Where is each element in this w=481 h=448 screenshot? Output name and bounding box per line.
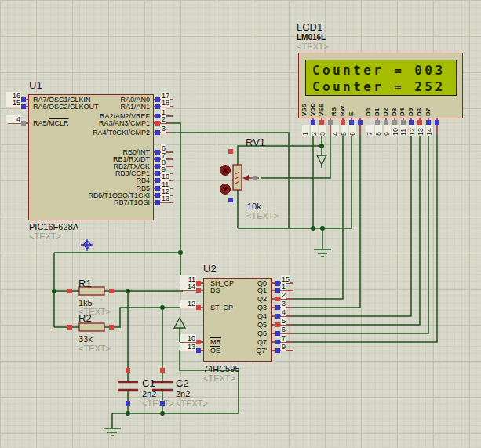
u2-pin-num: 9 xyxy=(281,343,286,351)
u2-pin-label: Q6 xyxy=(235,330,267,337)
u2-pin-label: Q4 xyxy=(235,312,267,320)
u2-pin-label: ST_CP xyxy=(210,304,233,311)
lcd-pin-label: VDD xyxy=(309,96,316,116)
logic-state-square xyxy=(160,368,165,373)
schematic-canvas: { "u1": { "ref": "U1", "value": "PIC16F6… xyxy=(0,0,481,448)
u1-pin-num: 3 xyxy=(161,125,166,133)
logic-state-square xyxy=(196,305,201,310)
lcd-pin-num: 14 xyxy=(426,125,433,136)
logic-state-square xyxy=(155,150,160,155)
u2-pin-label: Q7' xyxy=(235,347,267,355)
lcd-pin-label: RS xyxy=(330,96,337,116)
rv1-value: 10k xyxy=(247,202,261,211)
rv1-note: <TEXT> xyxy=(246,211,279,220)
logic-state-square xyxy=(21,104,26,109)
lcd-pin-num: 3 xyxy=(319,125,326,136)
logic-state-square xyxy=(155,97,160,102)
logic-state-square xyxy=(253,176,257,180)
logic-state-square xyxy=(109,289,114,293)
c1-note: <TEXT> xyxy=(142,399,174,408)
lcd-pin-num: 12 xyxy=(409,125,416,136)
u2-pin-label: Q2 xyxy=(235,295,267,303)
lcd-pin-num: 9 xyxy=(384,125,391,136)
lcd-value: LM016L xyxy=(297,33,326,42)
logic-state-square xyxy=(155,157,160,162)
logic-state-square xyxy=(228,149,233,154)
u2-pin-label: MR xyxy=(210,338,221,346)
lcd-pin-label: D7 xyxy=(425,96,432,116)
logic-state-square xyxy=(275,314,280,319)
u2-pin-num: 12 xyxy=(180,300,196,308)
u2-pin-label: DS xyxy=(210,286,220,294)
lcd-pin-num: 13 xyxy=(417,125,425,136)
lcd-pin-label: RW xyxy=(339,96,346,116)
u1-ref: U1 xyxy=(29,79,42,91)
u1-pin-num: 15 xyxy=(6,99,21,107)
logic-state-square xyxy=(126,368,130,373)
logic-state-square xyxy=(275,322,280,327)
lcd-pin-label: D6 xyxy=(416,96,423,116)
u2-pin-num: 6 xyxy=(281,326,286,333)
logic-state-square xyxy=(155,104,160,109)
lcd-pin-label: D1 xyxy=(374,96,381,116)
u1-pin-label: RB4 xyxy=(47,177,150,184)
u2-pin-num: 5 xyxy=(281,317,286,325)
u2-pin-num: 7 xyxy=(281,334,286,342)
u1-pin-num: 4 xyxy=(6,115,21,123)
lcd-pin-num: 7 xyxy=(366,125,374,136)
u2-pin-num: 3 xyxy=(281,300,286,308)
logic-state-square xyxy=(196,348,201,353)
logic-state-square xyxy=(155,130,160,135)
lcd-pin-num: 10 xyxy=(392,125,399,136)
logic-state-square xyxy=(126,401,130,406)
u2-pin-label: Q1 xyxy=(235,286,267,294)
u2-pin-num: 14 xyxy=(180,282,196,290)
logic-state-square xyxy=(275,305,280,310)
lcd-pin-num: 6 xyxy=(349,125,356,136)
logic-state-square xyxy=(67,325,72,330)
logic-state-square xyxy=(155,200,160,205)
logic-state-square xyxy=(275,297,280,301)
pot-wiper-arrow-icon xyxy=(242,175,249,181)
logic-state-square xyxy=(21,121,26,126)
c2-value: 2n2 xyxy=(176,389,190,399)
logic-state-square xyxy=(155,114,160,118)
lcd-pin-label: VSS xyxy=(301,96,308,116)
u1-pin-label: RA1/AN1 xyxy=(47,103,150,111)
logic-state-square xyxy=(155,171,160,176)
lcd-display-line1: Counter = 003 xyxy=(312,63,445,78)
r1-ref: R1 xyxy=(78,278,92,290)
pot-buttons[interactable] xyxy=(220,166,231,195)
u2-pin-num: 10 xyxy=(180,334,196,342)
lcd-pin-label: D5 xyxy=(407,96,414,116)
lcd-display-line2: Counter = 252 xyxy=(312,79,445,94)
u1-pin-label: RB7/T1OSI xyxy=(47,199,150,206)
c1-ref: C1 xyxy=(142,377,155,389)
lcd-pin-label: D0 xyxy=(365,96,372,116)
logic-state-square xyxy=(228,198,233,202)
lcd-pin-num: 11 xyxy=(400,125,407,136)
u2-pin-label: Q3 xyxy=(235,304,267,311)
lcd-pin-label: VEE xyxy=(318,96,325,116)
u2-pin-label: Q5 xyxy=(235,321,267,329)
logic-state-square xyxy=(155,164,160,169)
lcd-pin-num: 1 xyxy=(302,125,309,136)
logic-state-square xyxy=(196,281,201,286)
resistor-r2-body[interactable] xyxy=(79,323,104,331)
c2-ref: C2 xyxy=(176,377,189,389)
lcd-pin-label: E xyxy=(348,96,355,116)
power-up-terminal-icon xyxy=(174,318,185,328)
logic-state-square xyxy=(196,288,201,293)
origin-marker-icon xyxy=(81,239,93,251)
logic-state-square xyxy=(358,120,363,125)
logic-state-square xyxy=(21,97,26,102)
logic-state-square xyxy=(275,340,280,344)
u2-value: 74HC595 xyxy=(203,364,239,373)
u2-ref: U2 xyxy=(203,263,217,275)
u1-pin-num: 10 xyxy=(161,173,170,180)
power-down-terminal-icon xyxy=(317,155,326,165)
u2-pin-num: 1 xyxy=(281,282,286,290)
u2-pin-label: Q7 xyxy=(235,338,267,346)
logic-state-square xyxy=(155,186,160,191)
u1-pin-label: RA3/AN3/CMP1 xyxy=(47,119,150,127)
